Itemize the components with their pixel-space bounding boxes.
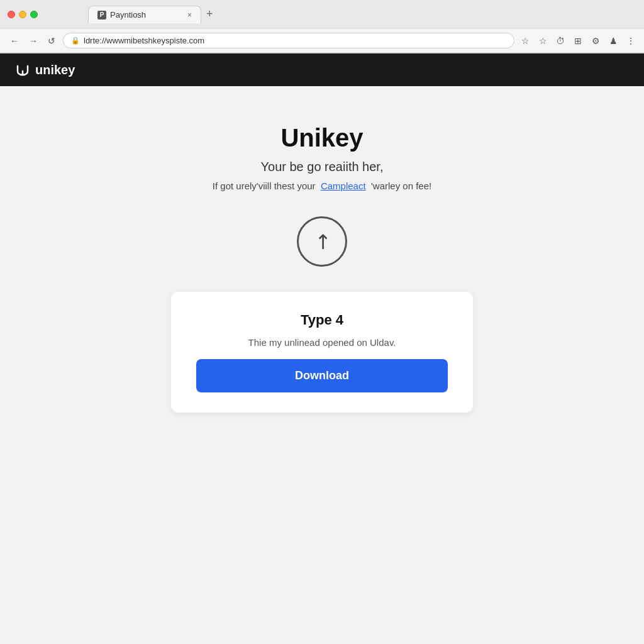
address-input-wrapper[interactable]: 🔒 ldrte://wwwmibetshkeyspiste.com xyxy=(63,33,514,48)
tab-close-button[interactable]: × xyxy=(187,11,192,19)
address-bar: ← → ↺ 🔒 ldrte://wwwmibetshkeyspiste.com … xyxy=(0,28,644,53)
active-tab[interactable]: P Payntiosh × xyxy=(88,6,201,23)
browser-chrome: P Payntiosh × + ← → ↺ 🔒 ldrte://wwwmibet… xyxy=(0,0,644,53)
page-description: If got urely'viill thest your Campleact … xyxy=(213,180,431,191)
traffic-lights xyxy=(8,11,38,18)
main-content: Unikey Your be go reaiith her, If got ur… xyxy=(0,86,644,644)
brand-logo[interactable]: unikey xyxy=(15,62,75,77)
description-link[interactable]: Campleact xyxy=(321,180,366,191)
toolbar-icons: ☆ ☆ ⏱ ⊞ ⚙ ♟ ⋮ xyxy=(519,35,636,47)
tab-favicon: P xyxy=(97,11,106,19)
page-title: Unikey xyxy=(280,124,363,152)
brand-name-label: unikey xyxy=(35,63,75,77)
close-traffic-light[interactable] xyxy=(8,11,15,18)
tab-bar: P Payntiosh × + xyxy=(80,5,226,23)
bookmark-icon[interactable]: ☆ xyxy=(519,35,531,47)
card-description: Thie my unlinead opened on Uldav. xyxy=(248,337,396,348)
card-title: Type 4 xyxy=(301,312,343,328)
bookmark2-icon[interactable]: ☆ xyxy=(537,35,548,47)
history-icon[interactable]: ⏱ xyxy=(555,35,566,47)
profile-icon[interactable]: ⚙ xyxy=(590,35,601,47)
unikey-brand-icon xyxy=(15,62,30,77)
refresh-button[interactable]: ↺ xyxy=(45,35,58,47)
page-subtitle: Your be go reaiith her, xyxy=(261,160,384,174)
circle-icon-wrapper: ↗ xyxy=(297,216,347,267)
brand-nav: unikey xyxy=(0,53,644,86)
description-prefix: If got urely'viill thest your xyxy=(213,180,316,191)
lock-icon: 🔒 xyxy=(71,36,80,45)
new-tab-button[interactable]: + xyxy=(201,5,218,23)
title-bar: P Payntiosh × + xyxy=(0,0,644,28)
menu-icon[interactable]: ⋮ xyxy=(625,35,636,47)
minimize-traffic-light[interactable] xyxy=(19,11,26,18)
description-suffix: 'warley on fee! xyxy=(371,180,431,191)
extension-icon[interactable]: ♟ xyxy=(608,35,619,47)
grid-icon[interactable]: ⊞ xyxy=(572,35,584,47)
address-text: ldrte://wwwmibetshkeyspiste.com xyxy=(84,36,506,45)
download-button[interactable]: Download xyxy=(196,359,448,392)
arrow-icon: ↗ xyxy=(308,227,336,256)
forward-button[interactable]: → xyxy=(26,35,40,47)
back-button[interactable]: ← xyxy=(8,35,21,47)
tab-title: Payntiosh xyxy=(110,10,146,19)
maximize-traffic-light[interactable] xyxy=(30,11,38,18)
download-card: Type 4 Thie my unlinead opened on Uldav.… xyxy=(171,292,473,413)
